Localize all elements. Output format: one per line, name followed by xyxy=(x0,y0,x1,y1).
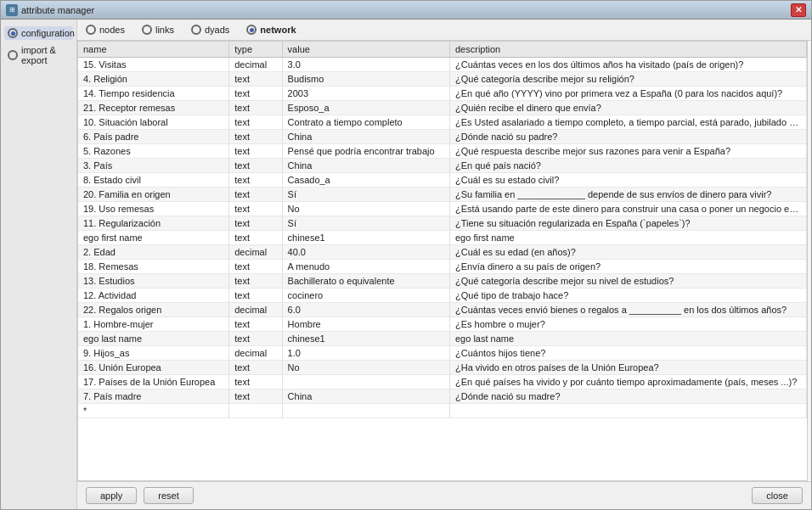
bottom-left-buttons: apply reset xyxy=(86,487,194,504)
table-row[interactable]: 18. RemesastextA menudo¿Envía dinero a s… xyxy=(78,260,807,274)
cell-type: text xyxy=(229,115,282,130)
cell-type: text xyxy=(229,361,282,375)
table-row[interactable]: 6. País padretextChina¿Dónde nació su pa… xyxy=(78,130,807,144)
app-icon: ⊞ xyxy=(6,4,18,16)
table-row[interactable]: ego last nametextchinese1ego last name xyxy=(78,332,807,346)
sidebar-item-configuration[interactable]: configuration xyxy=(4,26,73,40)
cell-name: 20. Familia en origen xyxy=(78,188,229,202)
table-row[interactable]: 17. Países de la Unión Europeatext¿En qu… xyxy=(78,375,807,390)
table-row[interactable]: 14. Tiempo residenciatext2003¿En qué año… xyxy=(78,87,807,101)
table-row[interactable]: 16. Unión EuropeatextNo¿Ha vivido en otr… xyxy=(78,361,807,375)
cell-type: decimal xyxy=(229,346,282,361)
cell-name: 9. Hijos_as xyxy=(78,346,229,361)
table-row[interactable]: 4. ReligióntextBudismo¿Qué categoría des… xyxy=(78,72,807,87)
table-row[interactable]: 5. RazonestextPensé que podría encontrar… xyxy=(78,144,807,159)
cell-type: text xyxy=(229,159,282,173)
cell-name: 2. Edad xyxy=(78,245,229,260)
cell-description: ¿Cuántas veces en los dos últimos años h… xyxy=(450,58,807,72)
titlebar: ⊞ attribute manager ✕ xyxy=(1,1,811,20)
dyads-radio[interactable] xyxy=(191,25,201,35)
table-row[interactable]: 9. Hijos_asdecimal1.0¿Cuántos hijos tien… xyxy=(78,346,807,361)
cell-name: 4. Religión xyxy=(78,72,229,87)
configuration-radio[interactable] xyxy=(8,28,18,38)
bottom-bar: apply reset close xyxy=(77,481,811,509)
configuration-label: configuration xyxy=(21,28,75,38)
cell-type: text xyxy=(229,260,282,274)
cell-type: text xyxy=(229,375,282,390)
cell-type: text xyxy=(229,202,282,216)
cell-description: ¿Cuál es su edad (en años)? xyxy=(450,245,807,260)
cell-description: ¿Qué categoría describe mejor su nivel d… xyxy=(450,274,807,289)
cell-name: * xyxy=(78,404,229,418)
cell-type: text xyxy=(229,144,282,159)
tab-links[interactable]: links xyxy=(142,25,174,35)
cell-type: text xyxy=(229,188,282,202)
cell-name: 10. Situación laboral xyxy=(78,115,229,130)
sidebar-item-import-export[interactable]: import & export xyxy=(4,43,73,67)
cell-type: decimal xyxy=(229,303,282,317)
cell-type: text xyxy=(229,390,282,404)
tab-nodes[interactable]: nodes xyxy=(86,25,125,35)
cell-value: chinese1 xyxy=(282,332,449,346)
cell-description: ¿Qué tipo de trabajo hace? xyxy=(450,289,807,303)
cell-value: Hombre xyxy=(282,317,449,332)
nodes-label: nodes xyxy=(99,25,125,35)
table-row[interactable]: 22. Regalos origendecimal6.0¿Cuántas vec… xyxy=(78,303,807,317)
reset-button[interactable]: reset xyxy=(144,487,193,504)
links-radio[interactable] xyxy=(142,25,152,35)
cell-description: ¿En qué país nació? xyxy=(450,159,807,173)
cell-description: ¿Qué respuesta describe mejor sus razone… xyxy=(450,144,807,159)
tab-network[interactable]: network xyxy=(246,25,296,35)
cell-type: text xyxy=(229,101,282,115)
table-row[interactable]: 19. Uso remesastextNo¿Está usando parte … xyxy=(78,202,807,216)
table-row[interactable]: ego first nametextchinese1ego first name xyxy=(78,231,807,245)
cell-type: text xyxy=(229,274,282,289)
cell-description: ¿Su familia en _____________ depende de … xyxy=(450,188,807,202)
table-row[interactable]: 12. Actividadtextcocinero¿Qué tipo de tr… xyxy=(78,289,807,303)
cell-value xyxy=(282,375,449,390)
cell-type: text xyxy=(229,216,282,231)
table-row[interactable]: 11. RegularizacióntextSí¿Tiene su situac… xyxy=(78,216,807,231)
close-button[interactable]: close xyxy=(752,487,803,504)
cell-name: 21. Receptor remesas xyxy=(78,101,229,115)
table-row[interactable]: 15. Visitasdecimal3.0¿Cuántas veces en l… xyxy=(78,58,807,72)
dyads-label: dyads xyxy=(205,25,229,35)
table-row[interactable]: 10. Situación laboraltextContrato a tiem… xyxy=(78,115,807,130)
cell-type: decimal xyxy=(229,245,282,260)
table-row[interactable]: 21. Receptor remesastextEsposo_a¿Quién r… xyxy=(78,101,807,115)
apply-button[interactable]: apply xyxy=(86,487,137,504)
cell-value: 40.0 xyxy=(282,245,449,260)
table-row[interactable]: 1. Hombre-mujertextHombre¿Es hombre o mu… xyxy=(78,317,807,332)
links-label: links xyxy=(155,25,174,35)
table-row[interactable]: 13. EstudiostextBachillerato o equivalen… xyxy=(78,274,807,289)
network-radio[interactable] xyxy=(246,25,257,35)
col-header-value: value xyxy=(282,42,449,58)
table-row[interactable]: 20. Familia en origentextSí¿Su familia e… xyxy=(78,188,807,202)
window-close-button[interactable]: ✕ xyxy=(791,3,806,17)
cell-name: 3. País xyxy=(78,159,229,173)
cell-description: ¿Dónde nació su padre? xyxy=(450,130,807,144)
nodes-radio[interactable] xyxy=(86,25,96,35)
table-row[interactable]: 7. País madretextChina¿Dónde nació su ma… xyxy=(78,390,807,404)
cell-description: ¿Quién recibe el dinero que envía? xyxy=(450,101,807,115)
tab-dyads[interactable]: dyads xyxy=(191,25,229,35)
network-label: network xyxy=(260,25,296,35)
cell-name: 15. Visitas xyxy=(78,58,229,72)
cell-value: Sí xyxy=(282,216,449,231)
cell-value: China xyxy=(282,130,449,144)
cell-name: 14. Tiempo residencia xyxy=(78,87,229,101)
cell-description: ¿Cuántas veces envió bienes o regalos a … xyxy=(450,303,807,317)
import-export-radio[interactable] xyxy=(8,50,18,60)
cell-description: ¿Tiene su situación regularizada en Espa… xyxy=(450,216,807,231)
table-row[interactable]: 3. PaístextChina¿En qué país nació? xyxy=(78,159,807,173)
col-header-description: description xyxy=(450,42,807,58)
cell-description: ¿Cuántos hijos tiene? xyxy=(450,346,807,361)
left-sidebar: configuration import & export xyxy=(1,20,77,509)
cell-name: 18. Remesas xyxy=(78,260,229,274)
table-row[interactable]: 2. Edaddecimal40.0¿Cuál es su edad (en a… xyxy=(78,245,807,260)
table-row[interactable]: 8. Estado civiltextCasado_a¿Cuál es su e… xyxy=(78,173,807,188)
cell-name: 22. Regalos origen xyxy=(78,303,229,317)
table-row[interactable]: * xyxy=(78,404,807,418)
cell-name: 12. Actividad xyxy=(78,289,229,303)
cell-value: Bachillerato o equivalente xyxy=(282,274,449,289)
